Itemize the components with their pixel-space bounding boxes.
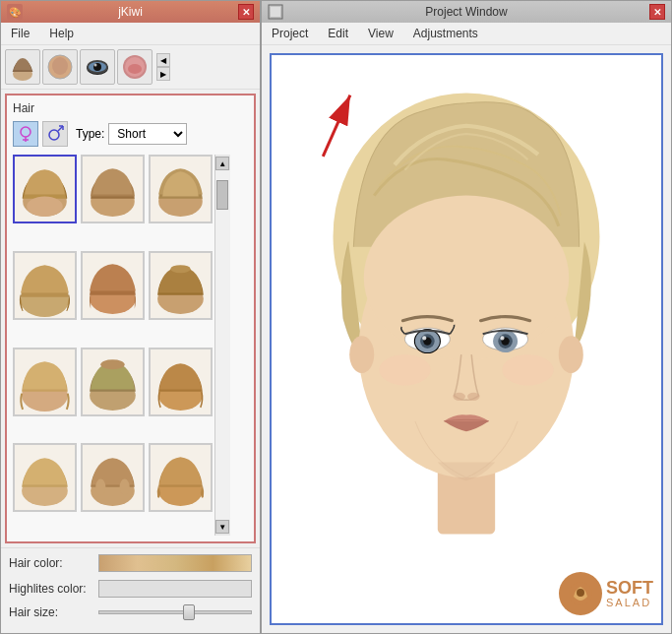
scroll-thumb[interactable] (216, 180, 228, 210)
toolbar-nav: ◀ ▶ (156, 53, 170, 81)
female-gender-button[interactable] (13, 121, 38, 147)
right-close-button[interactable]: ✕ (649, 4, 665, 20)
male-gender-button[interactable] (42, 121, 68, 147)
svg-point-45 (502, 354, 553, 385)
hair-size-row: Hair size: (9, 605, 252, 619)
left-title-bar: 🎨 jKiwi ✕ (1, 1, 260, 23)
watermark-logo (559, 572, 602, 615)
svg-point-28 (100, 359, 124, 369)
svg-point-25 (170, 265, 190, 273)
svg-point-2 (52, 57, 68, 75)
toolbar-prev-button[interactable]: ◀ (156, 53, 170, 67)
hair-section-title: Hair (13, 101, 248, 115)
hair-controls: Type: Short Medium Long Curly Straight (13, 121, 248, 147)
svg-point-60 (559, 336, 583, 373)
watermark-soft: SOFT (606, 579, 653, 597)
svg-point-51 (422, 336, 426, 340)
svg-point-33 (119, 479, 129, 495)
highlites-color-picker[interactable] (98, 580, 252, 598)
type-label: Type: (76, 127, 104, 141)
toolbar-next-button[interactable]: ▶ (156, 67, 170, 81)
jkiwi-window: 🎨 jKiwi ✕ File Help (0, 0, 261, 634)
right-window-title: Project Window (283, 5, 649, 19)
hair-color-picker[interactable] (98, 554, 252, 572)
skin-tool-button[interactable] (42, 49, 78, 85)
watermark-salad: SALAD (606, 597, 653, 608)
hair-item-3[interactable] (149, 155, 213, 223)
edit-menu[interactable]: Edit (322, 25, 354, 42)
scroll-down-button[interactable]: ▼ (215, 520, 229, 534)
left-menu-bar: File Help (1, 23, 260, 45)
svg-point-14 (49, 130, 59, 140)
hair-grid (13, 155, 214, 536)
eyes-tool-button[interactable] (80, 49, 115, 85)
hair-item-8[interactable] (81, 348, 145, 416)
hair-item-5[interactable] (81, 251, 145, 320)
hair-item-2[interactable] (81, 155, 145, 223)
hair-item-6[interactable] (149, 251, 213, 320)
svg-point-7 (94, 64, 97, 67)
svg-point-32 (95, 479, 105, 495)
adjustments-menu[interactable]: Adjustments (407, 25, 484, 42)
view-menu[interactable]: View (362, 25, 399, 42)
hair-size-label: Hair size: (9, 605, 92, 619)
svg-point-10 (128, 64, 142, 74)
hair-color-label: Hair color: (9, 556, 92, 570)
slider-thumb[interactable] (183, 604, 195, 620)
hair-size-slider[interactable] (98, 610, 252, 614)
highlites-row: Highlites color: (9, 580, 252, 598)
watermark: SOFT SALAD (559, 572, 653, 615)
svg-point-58 (467, 393, 480, 401)
hair-color-row: Hair color: (9, 554, 252, 572)
hair-item-11[interactable] (81, 443, 145, 512)
right-menu-bar: Project Edit View Adjustments (262, 23, 671, 45)
right-title-bar: Project Window ✕ (262, 1, 671, 23)
right-window-icon (268, 4, 283, 20)
tool-toolbar: ◀ ▶ (1, 45, 260, 90)
project-canvas: SOFT SALAD (270, 53, 663, 625)
project-window: Project Window ✕ Project Edit View Adjus… (261, 0, 672, 634)
hair-section: Hair Type: Short Me (5, 94, 256, 543)
project-menu[interactable]: Project (266, 25, 314, 42)
hair-size-slider-container (98, 610, 252, 614)
hair-grid-scrollbar[interactable]: ▲ ▼ (214, 155, 230, 536)
hair-item-4[interactable] (13, 251, 77, 320)
svg-point-44 (379, 354, 430, 385)
bottom-controls: Hair color: Highlites color: Hair size: (1, 547, 260, 633)
hair-tool-button[interactable] (5, 49, 40, 85)
hair-grid-container: ▲ ▼ (13, 155, 248, 536)
hair-item-9[interactable] (149, 348, 213, 416)
left-close-button[interactable]: ✕ (238, 4, 254, 20)
hair-item-7[interactable] (13, 348, 77, 416)
hair-item-10[interactable] (13, 443, 77, 512)
file-menu[interactable]: File (5, 25, 35, 42)
svg-point-11 (21, 127, 31, 137)
svg-point-19 (27, 197, 63, 217)
hair-item-1[interactable] (13, 155, 77, 223)
scroll-up-button[interactable]: ▲ (215, 157, 229, 170)
svg-point-43 (364, 196, 569, 360)
svg-line-38 (303, 95, 370, 157)
watermark-text-block: SOFT SALAD (606, 579, 653, 608)
makeup-tool-button[interactable] (117, 49, 153, 85)
app-icon: 🎨 (7, 4, 23, 20)
svg-point-62 (577, 589, 584, 597)
svg-point-59 (349, 336, 374, 373)
svg-rect-36 (271, 7, 280, 17)
svg-point-57 (453, 393, 465, 401)
svg-point-56 (500, 336, 504, 340)
hair-item-12[interactable] (149, 443, 213, 512)
left-window-title: jKiwi (23, 5, 238, 19)
hair-type-select[interactable]: Short Medium Long Curly Straight (108, 123, 187, 145)
highlites-label: Highlites color: (9, 582, 92, 596)
help-menu[interactable]: Help (43, 25, 80, 42)
